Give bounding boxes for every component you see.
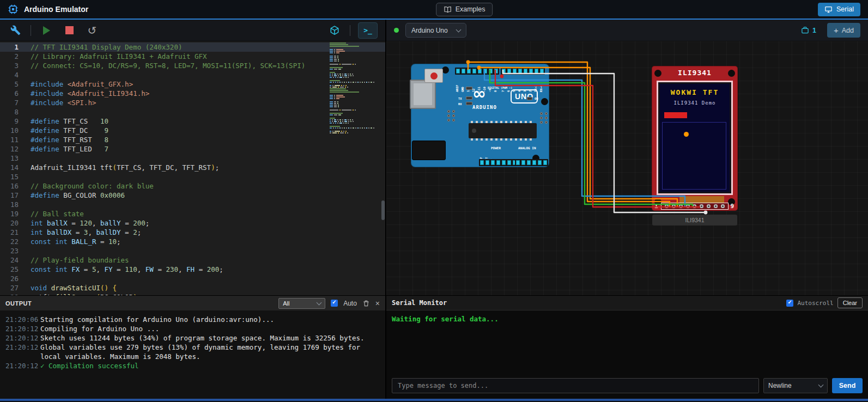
examples-button[interactable]: Examples	[436, 3, 493, 16]
pin[interactable]	[502, 69, 506, 74]
stop-button[interactable]	[62, 23, 77, 38]
send-button[interactable]: Send	[832, 378, 863, 393]
code-line[interactable]: 23	[0, 246, 385, 255]
clear-output-button[interactable]	[362, 300, 370, 307]
uno-label: UNO	[511, 89, 538, 103]
pin[interactable]	[496, 160, 500, 165]
code-line[interactable]: 7#include <SPI.h>	[0, 98, 385, 107]
pin[interactable]	[483, 69, 487, 74]
digital-header-1[interactable]	[455, 68, 499, 75]
pin[interactable]	[529, 69, 533, 74]
pin[interactable]	[467, 69, 471, 74]
code-line[interactable]: 5#include <Adafruit_GFX.h>	[0, 80, 385, 89]
pin[interactable]	[494, 69, 498, 74]
editor-scrollbar[interactable]	[381, 41, 385, 295]
pin[interactable]	[507, 69, 511, 74]
arduino-uno-board[interactable]: AREFGND1312~11~10~98 765432TX→1RX←0 DIGI…	[411, 64, 549, 167]
pin[interactable]	[472, 69, 476, 74]
code-line[interactable]: 20int ballX = 120, ballY = 200;	[0, 218, 385, 228]
pin[interactable]	[540, 69, 544, 74]
code-line[interactable]: 25const int FX = 5, FY = 110, FW = 230, …	[0, 265, 385, 274]
pin[interactable]	[532, 160, 536, 165]
clear-serial-button[interactable]: Clear	[837, 297, 863, 308]
code-line[interactable]: 10#define TFT_DC 9	[0, 126, 385, 135]
code-line[interactable]: 15	[0, 172, 385, 181]
pin[interactable]	[518, 69, 522, 74]
code-line[interactable]: 24// Play-field boundaries	[0, 255, 385, 265]
code-line[interactable]: 8	[0, 107, 385, 117]
code-line[interactable]: 17#define BG_COLOR 0x0006	[0, 191, 385, 200]
restart-button[interactable]: ↺	[84, 23, 100, 38]
sim-canvas[interactable]: AREFGND1312~11~10~98 765432TX→1RX←0 DIGI…	[386, 41, 868, 295]
scrollbar-thumb[interactable]	[381, 200, 385, 220]
line-ending-select[interactable]: Newline	[763, 378, 828, 393]
code-line[interactable]: 27void drawStaticUI() {	[0, 283, 385, 293]
pin[interactable]	[491, 160, 495, 165]
code-line[interactable]: 11#define TFT_RST 8	[0, 135, 385, 144]
wire-endpoint[interactable]	[466, 60, 470, 64]
output-filter-select[interactable]: All	[278, 298, 325, 309]
serial-input-row: Newline Send	[386, 375, 868, 399]
screen-red-bar	[664, 112, 687, 118]
reset-button[interactable]	[424, 69, 443, 83]
code-line[interactable]: 2// Library: Adafruit ILI9341 + Adafruit…	[0, 52, 385, 61]
pin[interactable]	[485, 160, 489, 165]
pin[interactable]	[521, 160, 525, 165]
minimap[interactable]	[330, 42, 380, 135]
run-button[interactable]	[39, 23, 54, 38]
code-line[interactable]: 4	[0, 70, 385, 80]
log-line: 21:20:12✓ Compilation successful	[5, 361, 385, 370]
pin[interactable]	[524, 69, 527, 74]
code-editor[interactable]: 1// TFT ILI9341 Display Demo (240x320)2/…	[0, 41, 385, 295]
code-line[interactable]: 22const int BALL_R = 10;	[0, 237, 385, 246]
digital-header-2[interactable]	[501, 68, 545, 75]
analog-header[interactable]	[515, 159, 548, 166]
pin[interactable]	[527, 160, 531, 165]
pin[interactable]	[462, 69, 465, 74]
code-line[interactable]: 13	[0, 154, 385, 163]
screen-title: WOKWI TFT	[660, 88, 730, 96]
parts-box-icon	[801, 26, 809, 34]
code-line[interactable]: 3// Connect: CS=10, DC/RS=9, RST=8, LED=…	[0, 61, 385, 70]
pin[interactable]	[502, 160, 506, 165]
code-line[interactable]: 9#define TFT_CS 10	[0, 117, 385, 126]
pin[interactable]	[507, 160, 511, 165]
code-line[interactable]: 12#define TFT_LED 7	[0, 144, 385, 154]
code-line[interactable]: 18	[0, 200, 385, 209]
ili9341-display[interactable]: ILI9341 WOKWI TFT ILI9341 Demo	[652, 66, 737, 210]
code-line[interactable]: 19// Ball state	[0, 209, 385, 218]
code-line[interactable]: 1// TFT ILI9341 Display Demo (240x320)	[0, 42, 385, 52]
add-part-button[interactable]: + Add	[827, 23, 860, 38]
code-line[interactable]: 26	[0, 274, 385, 283]
build-wrench-button[interactable]	[8, 23, 23, 38]
icsp-header-2	[540, 112, 548, 124]
pin[interactable]	[538, 160, 542, 165]
pin[interactable]	[516, 160, 520, 165]
autoscroll-checkbox[interactable]	[786, 300, 793, 307]
code-line[interactable]: 21int ballDX = 3, ballDY = 2;	[0, 228, 385, 237]
serial-button[interactable]: Serial	[818, 3, 860, 16]
pin[interactable]	[478, 69, 482, 74]
3d-view-button[interactable]	[327, 23, 342, 38]
pin[interactable]	[456, 69, 460, 74]
close-output-button[interactable]: ×	[375, 299, 380, 308]
auto-checkbox[interactable]	[331, 300, 338, 307]
tft-pin-header[interactable]	[661, 203, 729, 210]
pin[interactable]	[543, 160, 547, 165]
on-label: ON	[535, 97, 538, 100]
pin[interactable]	[489, 69, 493, 74]
serial-message-input[interactable]	[392, 378, 759, 393]
tft-screen: WOKWI TFT ILI9341 Demo	[660, 84, 730, 192]
terminal-toggle-button[interactable]: >_	[358, 22, 378, 39]
pin[interactable]	[480, 160, 484, 165]
toolbar-divider	[350, 25, 350, 36]
code-line[interactable]: 14Adafruit_ILI9341 tft(TFT_CS, TFT_DC, T…	[0, 163, 385, 172]
board-select[interactable]: Arduino Uno	[405, 23, 466, 38]
wire-endpoint[interactable]	[704, 211, 708, 215]
code-line[interactable]: 16// Background color: dark blue	[0, 181, 385, 191]
pin[interactable]	[535, 69, 538, 74]
code-line[interactable]: 6#include <Adafruit_ILI9341.h>	[0, 89, 385, 98]
code-line[interactable]: 28 tft.fillScreen(BG_COLOR);	[0, 293, 385, 295]
power-header[interactable]	[479, 159, 518, 166]
pin[interactable]	[513, 69, 517, 74]
